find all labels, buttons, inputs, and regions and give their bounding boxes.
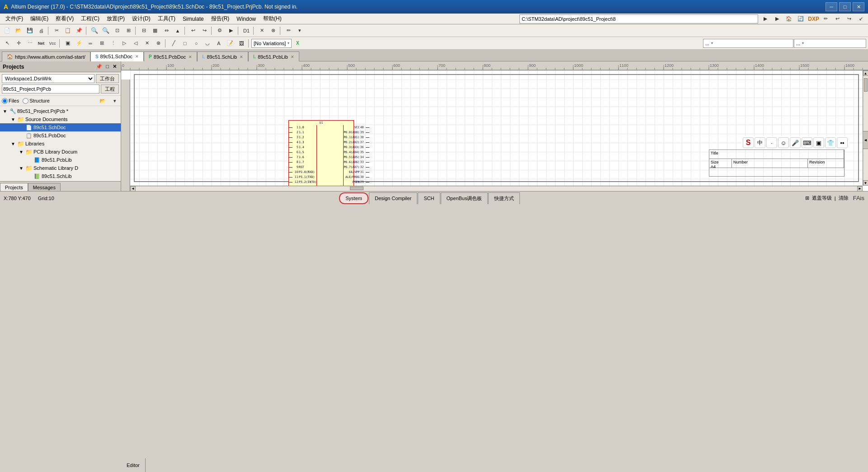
menu-place[interactable]: 放置(P) [103,14,128,23]
dxp-edit-btn[interactable]: ✏ [820,14,831,24]
panel-tab-messages[interactable]: Messages [28,183,61,191]
tab-schdoc-close[interactable]: ✕ [135,54,139,59]
desel-btn[interactable]: ▦ [150,26,160,36]
project-btn[interactable]: 工程 [101,84,119,93]
tab-pcblib-close[interactable]: ✕ [291,55,294,59]
tab-schlib[interactable]: L 89c51.SchLib ✕ [197,51,248,61]
bus-btn[interactable]: ═ [85,38,96,48]
paste-btn[interactable]: 📌 [74,26,85,36]
run-btn[interactable]: ▶ [226,26,236,36]
undo-btn[interactable]: ↩ [188,26,198,36]
right-panel-toggle[interactable]: ◄ [863,131,868,149]
noconn-btn[interactable]: ✕ [142,38,152,48]
nav-back-btn[interactable]: ▶ [760,14,771,24]
minimize-button[interactable]: ─ [826,2,837,11]
ellipse-btn[interactable]: ○ [191,38,202,48]
arc-btn[interactable]: ◡ [202,38,213,48]
scroll-up-btn[interactable]: ▲ [863,70,868,76]
tree-expand-lib[interactable]: ▼ [10,140,16,147]
cross-btn[interactable]: ✛ [13,38,24,48]
close-button[interactable]: ✕ [853,2,864,11]
pen-drop-btn[interactable]: ▾ [294,26,305,36]
workspace-select[interactable]: Workspace1.DsnWrk [2,74,94,83]
zoom-in-btn[interactable]: 🔍 [89,26,100,36]
nav-fwd-btn[interactable]: ▶ [772,14,783,24]
rfloat-emoji-btn[interactable]: ☺ [778,137,789,148]
menu-edit[interactable]: 编辑(E) [27,14,52,23]
wire-btn[interactable]: ⋯ [24,38,35,48]
cut-btn[interactable]: ✂ [51,26,62,36]
structure-radio[interactable] [23,98,28,104]
dropdown-panel-btn[interactable]: ▾ [111,97,119,105]
rfloat-shirt-btn[interactable]: 👕 [825,137,836,148]
pointer-btn[interactable]: ↖ [2,38,13,48]
menu-view[interactable]: 察看(V) [52,14,77,23]
maximize-button[interactable]: □ [839,2,851,11]
status-tab-shortcuts[interactable]: 快捷方式 [488,192,520,204]
panel-float-btn[interactable]: □ [104,64,110,70]
structure-radio-label[interactable]: Structure [23,98,50,104]
dxp-redo-btn[interactable]: ↪ [844,14,854,24]
save-btn[interactable]: 💾 [24,26,35,36]
rfloat-s-btn[interactable]: S [743,137,754,148]
tree-item-root[interactable]: ▼ 🔧 89c51_Project.PrjPcb * [0,107,121,115]
dxp-dl-btn[interactable]: ↙ [855,14,866,24]
files-radio[interactable] [2,98,8,104]
tree-item-pcblib[interactable]: 📘 89c51.PcbLib [0,156,121,164]
menu-project[interactable]: 工程(C) [77,14,103,23]
menu-file[interactable]: 文件(F) [2,14,27,23]
tab-pcblib[interactable]: L 89c51.PcbLib ✕ [248,51,299,61]
copy-btn[interactable]: 📋 [62,26,73,36]
sel-all-btn[interactable]: ⊟ [138,26,149,36]
net-btn[interactable]: Net [36,38,47,48]
new-btn[interactable]: 📄 [2,26,13,36]
scroll-thumb-h[interactable] [350,187,363,190]
scroll-down-btn[interactable]: ▼ [863,180,868,186]
workspace-btn[interactable]: 工作台 [96,74,119,83]
tree-item-schlib[interactable]: 📗 89c51.SchLib [0,172,121,180]
mark-btn[interactable]: D1 [241,26,252,36]
scroll-left-btn[interactable]: ◄ [130,186,136,192]
img-btn[interactable]: 🖼 [236,38,247,48]
nav-sync-btn[interactable]: 🔄 [795,14,806,24]
canvas-main[interactable]: A B C D A B C D U1 11.021.131.241.351.46… [130,70,863,186]
redo-btn[interactable]: ↪ [199,26,210,36]
panel-tab-projects[interactable]: Projects [0,183,28,191]
tree-expand-pcblibf[interactable]: ▼ [18,149,24,155]
menu-report[interactable]: 报告(R) [208,14,233,23]
tab-schdoc[interactable]: S 89c51.SchDoc ✕ [90,51,144,61]
tab-pcbdoc-close[interactable]: ✕ [189,55,192,59]
tree-item-schlibfolder[interactable]: ▼ 📁 Schematic Library D [0,164,121,172]
dxp-undo-btn[interactable]: ↩ [832,14,843,24]
line-btn[interactable]: ╱ [168,38,179,48]
rfloat-dot-btn[interactable]: · [766,137,777,148]
rfloat-more-btn[interactable]: ▪▪ [837,137,848,148]
tree-expand-root[interactable]: ▼ [2,108,8,114]
panel-pin-btn[interactable]: 📌 [94,64,104,70]
scroll-track-v[interactable] [863,76,868,180]
status-tab-sch[interactable]: SCH [418,192,440,204]
rect-btn[interactable]: □ [179,38,190,48]
rfloat-kbd-btn[interactable]: ⌨ [802,137,812,148]
scroll-thumb-v[interactable] [864,78,868,92]
del2-btn[interactable]: ⊗ [268,26,278,36]
scroll-right-btn[interactable]: ► [857,186,863,192]
del-btn[interactable]: ✕ [256,26,267,36]
tree-item-libraries[interactable]: ▼ 📁 Libraries [0,140,121,148]
second-dropdown[interactable]: ... ▾ [703,39,793,48]
zoom-out-btn[interactable]: 🔍 [100,26,111,36]
note-btn[interactable]: 📝 [225,38,236,48]
bus2-btn[interactable]: ⊞ [96,38,107,48]
print-btn[interactable]: 🖨 [36,26,47,36]
tree-item-pcbdoc[interactable]: 📋 89c51.PcbDoc [0,131,121,140]
iport2-btn[interactable]: ◁ [130,38,141,48]
folder-open-btn[interactable]: 📂 [98,97,107,105]
zoom-sel-btn[interactable]: ⊞ [123,26,134,36]
tree-item-source[interactable]: ▼ 📁 Source Documents [0,115,121,123]
rfloat-cn-btn[interactable]: 中 [755,137,765,148]
text-btn[interactable]: A [213,38,224,48]
excel-btn[interactable]: X [292,38,303,48]
tab-schlib-close[interactable]: ✕ [240,55,243,59]
rfloat-mic-btn[interactable]: 🎤 [790,137,801,148]
power-btn[interactable]: ⚡ [74,38,85,48]
